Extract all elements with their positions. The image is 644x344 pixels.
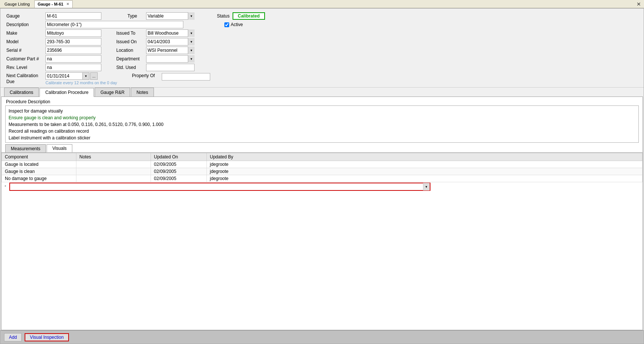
type-select-wrapper[interactable]: Variable Attribute ▼ [146,12,195,20]
location-select[interactable]: WSI Personnel [146,47,195,54]
rev-level-label: Rev. Level [6,65,45,70]
procedure-line-4: Record all readings on calibration recor… [9,128,635,135]
main-window: Gauge Type Variable Attribute ▼ Status C… [0,8,644,344]
tab-calibration-procedure[interactable]: Calibration Procedure [40,88,94,97]
model-input[interactable] [45,38,101,45]
tab-gauge-rr[interactable]: Gauge R&R [95,88,130,97]
make-input[interactable] [45,29,101,37]
gauge-input[interactable] [45,12,101,20]
content-area: Procedure Description Inspect for damage… [1,97,643,330]
col-header-updated-on: Updated On [151,153,207,161]
location-select-wrapper[interactable]: WSI Personnel ▼ [146,47,195,54]
issued-on-label: Issued On [116,39,146,44]
inner-tab-measurements[interactable]: Measurements [5,144,46,152]
visual-inspection-button[interactable]: Visual Inspection [25,333,69,341]
next-cal-dropdown-btn[interactable]: ▼ [83,72,89,80]
new-row-input-wrapper[interactable]: ▼ [9,183,430,191]
gauge-label: Gauge [6,13,45,19]
form-row-customer-part: Customer Part # Department ▼ [6,55,638,63]
procedure-text-box: Inspect for damage visually Ensure gauge… [5,105,639,143]
make-label: Make [6,31,45,36]
new-row-dropdown-arrow[interactable]: ▼ [423,183,430,190]
col-header-updated-by: Updated By [207,153,643,161]
status-badge: Calibrated [233,12,265,20]
form-area: Gauge Type Variable Attribute ▼ Status C… [0,9,644,87]
inner-tab-visuals[interactable]: Visuals [47,144,72,152]
procedure-line-2: Ensure gauge is clean and working proper… [9,114,635,121]
department-label: Department [116,56,146,61]
form-row-make: Make Issued To Bill Woodhouse ▼ [6,29,638,37]
cell-component-2: Gauge is clean [2,168,76,175]
cell-component-1: Gauge is located [2,161,76,168]
table-row: Gauge is located 02/09/2005 jdegroote [2,161,643,168]
new-row-dropdown[interactable] [10,183,423,190]
rev-level-input[interactable] [45,64,101,71]
visuals-table: Component Notes Updated On Updated By Ga… [1,153,643,191]
cell-updated-on-1: 02/09/2005 [151,161,207,168]
tab-notes[interactable]: Notes [131,88,154,97]
next-cal-label: Next Calibration Due [6,73,45,85]
table-row: No damage to gauge 02/09/2005 jdegroote [2,175,643,182]
issued-to-label: Issued To [116,31,146,36]
cell-notes-2 [76,168,151,175]
cell-updated-by-1: jdegroote [207,161,643,168]
table-row: Gauge is clean 02/09/2005 jdegroote [2,168,643,175]
status-label: Status [217,13,230,19]
std-used-label: Std. Used [116,65,146,70]
inner-tabs-bar: Measurements Visuals [1,143,643,153]
issued-to-select-wrapper[interactable]: Bill Woodhouse ▼ [146,29,195,37]
form-row-description: Description Active [6,21,638,28]
col-header-component: Component [2,153,76,161]
procedure-line-5: Label instrument with a calibration stic… [9,135,635,141]
col-header-notes: Notes [76,153,151,161]
form-row-gauge: Gauge Type Variable Attribute ▼ Status C… [6,12,638,20]
department-select-wrapper[interactable]: ▼ [146,55,195,63]
procedure-line-1: Inspect for damage visually [9,108,635,114]
type-select[interactable]: Variable Attribute [146,12,195,20]
cell-component-3: No damage to gauge [2,175,76,182]
issued-on-select[interactable]: 04/14/2003 [146,38,195,45]
location-label: Location [116,48,146,53]
active-checkbox-row: Active [224,22,243,27]
footer-bar: Add Visual Inspection [0,330,644,344]
department-select[interactable] [146,55,195,63]
cell-updated-by-3: jdegroote [207,175,643,182]
form-row-rev-level: Rev. Level Std. Used [6,64,638,71]
form-row-model: Model Issued On 04/14/2003 ▼ [6,38,638,45]
std-used-input[interactable] [146,64,195,71]
serial-input[interactable] [45,47,101,54]
next-cal-date-input[interactable] [45,72,83,80]
form-row-next-cal: Next Calibration Due ▼ ... Calibrate eve… [6,72,638,85]
property-of-label: Property Of [132,73,162,78]
serial-label: Serial # [6,48,45,53]
window-close-icon[interactable]: ✕ [637,1,641,7]
customer-part-label: Customer Part # [6,56,45,61]
procedure-line-3: Measurements to be taken at 0.050, 0.116… [9,121,635,128]
description-label: Description [6,22,45,27]
close-icon[interactable]: ✕ [66,2,69,6]
cell-updated-by-2: jdegroote [207,168,643,175]
active-label: Active [231,22,243,27]
new-row-indicator: * [3,184,9,189]
active-tab[interactable]: Gauge - M-61 ✕ [34,0,73,8]
type-label: Type [127,13,146,19]
cell-notes-3 [76,175,151,182]
gauge-listing-tab[interactable]: Gauge Listing [1,1,33,7]
calibration-hint: Calibrate every 12 months on the 0 day [45,81,117,85]
tab-calibrations[interactable]: Calibrations [4,88,39,97]
next-cal-browse-btn[interactable]: ... [90,72,98,80]
issued-on-select-wrapper[interactable]: 04/14/2003 ▼ [146,38,195,45]
main-tabs-bar: Calibrations Calibration Procedure Gauge… [0,87,644,97]
table-wrapper: Component Notes Updated On Updated By Ga… [1,153,643,330]
model-label: Model [6,39,45,44]
procedure-description-label: Procedure Description [1,97,643,105]
cell-updated-on-2: 02/09/2005 [151,168,207,175]
property-of-input[interactable] [162,73,210,81]
issued-to-select[interactable]: Bill Woodhouse [146,29,195,37]
description-input[interactable] [45,21,183,28]
add-button[interactable]: Add [4,333,22,341]
new-row: * ▼ [2,182,643,192]
active-checkbox[interactable] [224,22,229,27]
customer-part-input[interactable] [45,55,101,63]
form-row-serial: Serial # Location WSI Personnel ▼ [6,47,638,54]
